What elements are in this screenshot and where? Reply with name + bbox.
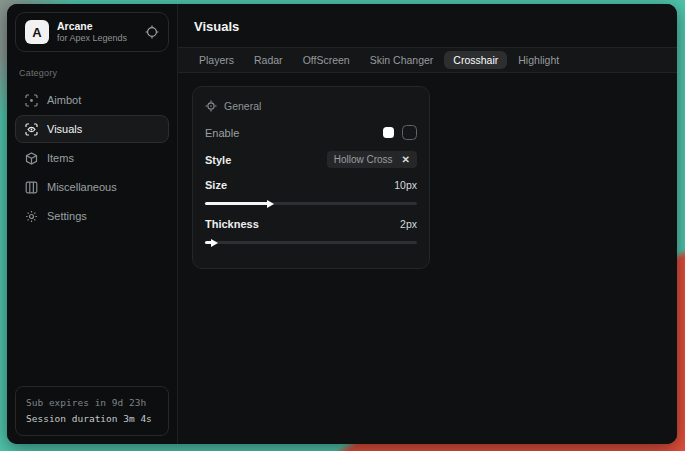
section-title: General <box>224 100 261 112</box>
logo-card: A Arcane for Apex Legends <box>15 12 169 52</box>
sidebar: A Arcane for Apex Legends Category <box>7 4 178 444</box>
enable-row: Enable <box>205 125 417 140</box>
sidebar-item-settings[interactable]: Settings <box>15 202 169 230</box>
page-title: Visuals <box>194 19 239 34</box>
arcane-menu-window: A Arcane for Apex Legends Category <box>7 4 677 444</box>
subscription-info-box: Sub expires in 9d 23h Session duration 3… <box>15 386 169 436</box>
main-area: Visuals Players Radar OffScreen Skin Cha… <box>178 4 677 444</box>
style-value: Hollow Cross <box>334 154 393 165</box>
tab-highlight[interactable]: Highlight <box>509 51 568 69</box>
size-label: Size <box>205 179 227 191</box>
sidebar-item-aimbot[interactable]: Aimbot <box>15 86 169 114</box>
focus-crosshair-icon <box>205 100 217 112</box>
size-slider[interactable] <box>205 202 417 205</box>
gear-icon <box>25 210 38 223</box>
thickness-slider-thumb[interactable] <box>211 239 218 247</box>
thickness-label: Thickness <box>205 218 259 230</box>
tab-players[interactable]: Players <box>190 51 243 69</box>
size-slider-thumb[interactable] <box>267 200 274 208</box>
style-select[interactable]: Hollow Cross ✕ <box>327 151 417 168</box>
cube-icon <box>25 152 38 165</box>
visuals-tabbar: Players Radar OffScreen Skin Changer Cro… <box>178 47 677 73</box>
enable-checkbox[interactable] <box>383 127 394 138</box>
main-header: Visuals <box>178 4 677 47</box>
tab-skin-changer[interactable]: Skin Changer <box>361 51 443 69</box>
style-label: Style <box>205 154 231 166</box>
keybind-box[interactable] <box>402 125 417 140</box>
sidebar-item-label: Items <box>47 152 74 164</box>
thickness-slider[interactable] <box>205 241 417 244</box>
style-row: Style Hollow Cross ✕ <box>205 151 417 168</box>
desktop-background: A Arcane for Apex Legends Category <box>0 0 685 451</box>
sub-expiry-text: Sub expires in 9d 23h <box>26 395 158 411</box>
sidebar-item-miscellaneous[interactable]: Miscellaneous <box>15 173 169 201</box>
logo-text: Arcane for Apex Legends <box>57 20 137 44</box>
tab-offscreen[interactable]: OffScreen <box>294 51 359 69</box>
thickness-row: Thickness 2px <box>205 218 417 230</box>
enable-label: Enable <box>205 127 239 139</box>
clear-style-icon[interactable]: ✕ <box>402 154 410 165</box>
size-slider-fill <box>205 202 269 205</box>
size-row: Size 10px <box>205 179 417 191</box>
sidebar-item-items[interactable]: Items <box>15 144 169 172</box>
sidebar-item-visuals[interactable]: Visuals <box>15 115 169 143</box>
crosshair-scan-icon <box>25 94 38 107</box>
tab-content: General Enable Style Hollow Cross <box>178 73 677 444</box>
enable-controls <box>383 125 417 140</box>
eye-scan-icon <box>25 123 38 136</box>
sidebar-item-label: Visuals <box>47 123 82 135</box>
app-title: Arcane <box>57 20 137 33</box>
sidebar-spacer <box>15 230 169 385</box>
size-value: 10px <box>394 179 417 191</box>
columns-icon <box>25 181 38 194</box>
crosshair-icon <box>145 25 159 39</box>
sidebar-item-label: Miscellaneous <box>47 181 117 193</box>
tab-crosshair[interactable]: Crosshair <box>444 51 507 69</box>
app-logo: A <box>25 20 49 44</box>
sidebar-nav: Aimbot Visuals Ite <box>15 86 169 230</box>
tab-radar[interactable]: Radar <box>245 51 292 69</box>
category-label: Category <box>19 68 165 78</box>
sidebar-item-label: Settings <box>47 210 87 222</box>
app-subtitle: for Apex Legends <box>57 33 137 44</box>
thickness-value: 2px <box>400 218 417 230</box>
general-panel: General Enable Style Hollow Cross <box>192 86 430 269</box>
sidebar-item-label: Aimbot <box>47 94 81 106</box>
session-duration-text: Session duration 3m 4s <box>26 411 158 427</box>
section-header: General <box>205 100 417 112</box>
